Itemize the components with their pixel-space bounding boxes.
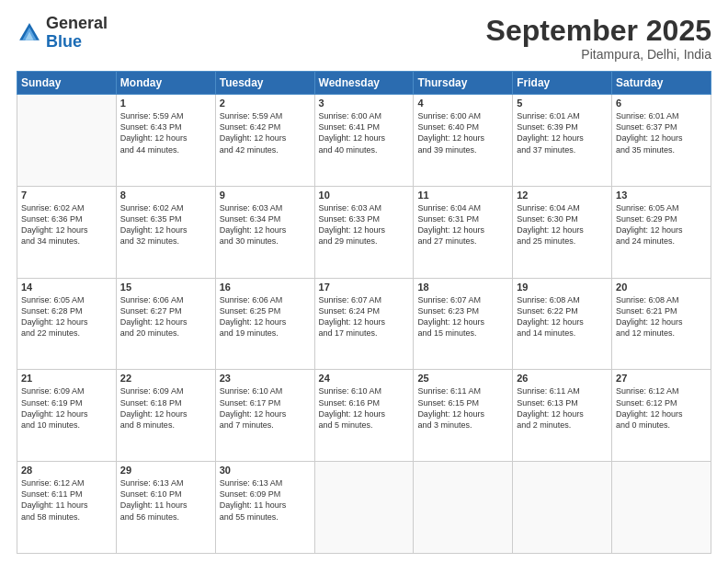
day-detail: Sunrise: 6:13 AMSunset: 6:10 PMDaylight:…	[120, 477, 211, 523]
table-row: 22Sunrise: 6:09 AMSunset: 6:18 PMDayligh…	[116, 370, 215, 462]
day-detail: Sunrise: 6:12 AMSunset: 6:12 PMDaylight:…	[616, 385, 707, 431]
table-row: 8Sunrise: 6:02 AMSunset: 6:35 PMDaylight…	[116, 186, 215, 278]
day-detail: Sunrise: 6:06 AMSunset: 6:27 PMDaylight:…	[120, 294, 211, 339]
table-row: 13Sunrise: 6:05 AMSunset: 6:29 PMDayligh…	[612, 186, 711, 278]
day-number: 19	[517, 282, 608, 293]
day-detail: Sunrise: 6:04 AMSunset: 6:31 PMDaylight:…	[417, 202, 508, 247]
calendar-week-row: 21Sunrise: 6:09 AMSunset: 6:19 PMDayligh…	[17, 370, 711, 462]
table-row: 27Sunrise: 6:12 AMSunset: 6:12 PMDayligh…	[612, 370, 711, 462]
table-row: 17Sunrise: 6:07 AMSunset: 6:24 PMDayligh…	[314, 278, 414, 370]
day-number: 24	[319, 373, 410, 384]
calendar-week-row: 1Sunrise: 5:59 AMSunset: 6:43 PMDaylight…	[17, 95, 711, 187]
location: Pitampura, Delhi, India	[486, 47, 711, 62]
calendar-header-row: Sunday Monday Tuesday Wednesday Thursday…	[17, 72, 711, 95]
table-row	[17, 95, 117, 187]
calendar-table: Sunday Monday Tuesday Wednesday Thursday…	[17, 71, 711, 554]
logo-text: General Blue	[46, 15, 108, 52]
table-row: 19Sunrise: 6:08 AMSunset: 6:22 PMDayligh…	[513, 278, 612, 370]
logo-icon	[17, 20, 42, 46]
day-number: 8	[120, 190, 211, 201]
table-row: 20Sunrise: 6:08 AMSunset: 6:21 PMDayligh…	[612, 278, 711, 370]
logo-blue: Blue	[46, 32, 82, 51]
table-row: 2Sunrise: 5:59 AMSunset: 6:42 PMDaylight…	[215, 95, 314, 187]
day-number: 26	[517, 373, 608, 384]
day-number: 12	[517, 190, 608, 201]
table-row: 10Sunrise: 6:03 AMSunset: 6:33 PMDayligh…	[314, 186, 414, 278]
table-row: 7Sunrise: 6:02 AMSunset: 6:36 PMDaylight…	[17, 186, 117, 278]
table-row: 26Sunrise: 6:11 AMSunset: 6:13 PMDayligh…	[513, 370, 612, 462]
day-number: 21	[21, 373, 112, 384]
day-number: 6	[616, 98, 707, 109]
col-friday: Friday	[513, 72, 612, 95]
day-detail: Sunrise: 6:00 AMSunset: 6:41 PMDaylight:…	[319, 110, 410, 155]
day-number: 1	[120, 98, 211, 109]
day-detail: Sunrise: 6:02 AMSunset: 6:36 PMDaylight:…	[21, 202, 112, 247]
table-row: 21Sunrise: 6:09 AMSunset: 6:19 PMDayligh…	[17, 370, 117, 462]
table-row: 15Sunrise: 6:06 AMSunset: 6:27 PMDayligh…	[116, 278, 215, 370]
day-number: 29	[120, 465, 211, 476]
day-detail: Sunrise: 6:11 AMSunset: 6:15 PMDaylight:…	[417, 385, 508, 431]
table-row: 4Sunrise: 6:00 AMSunset: 6:40 PMDaylight…	[414, 95, 513, 187]
day-detail: Sunrise: 6:08 AMSunset: 6:22 PMDaylight:…	[517, 294, 608, 339]
day-detail: Sunrise: 6:06 AMSunset: 6:25 PMDaylight:…	[220, 294, 311, 339]
day-number: 4	[417, 98, 508, 109]
table-row: 5Sunrise: 6:01 AMSunset: 6:39 PMDaylight…	[513, 95, 612, 187]
day-detail: Sunrise: 6:09 AMSunset: 6:18 PMDaylight:…	[120, 385, 211, 431]
table-row: 30Sunrise: 6:13 AMSunset: 6:09 PMDayligh…	[215, 462, 314, 554]
table-row: 12Sunrise: 6:04 AMSunset: 6:30 PMDayligh…	[513, 186, 612, 278]
col-thursday: Thursday	[414, 72, 513, 95]
table-row	[612, 462, 711, 554]
day-number: 27	[616, 373, 707, 384]
day-number: 25	[417, 373, 508, 384]
calendar-week-row: 28Sunrise: 6:12 AMSunset: 6:11 PMDayligh…	[17, 462, 711, 554]
day-number: 14	[21, 282, 112, 293]
day-number: 17	[319, 282, 410, 293]
day-detail: Sunrise: 6:10 AMSunset: 6:16 PMDaylight:…	[319, 385, 410, 431]
day-number: 30	[220, 465, 311, 476]
page: General Blue September 2025 Pitampura, D…	[0, 0, 728, 563]
day-number: 11	[417, 190, 508, 201]
table-row	[513, 462, 612, 554]
table-row	[314, 462, 414, 554]
day-number: 2	[220, 98, 311, 109]
day-number: 10	[319, 190, 410, 201]
table-row: 24Sunrise: 6:10 AMSunset: 6:16 PMDayligh…	[314, 370, 414, 462]
table-row: 25Sunrise: 6:11 AMSunset: 6:15 PMDayligh…	[414, 370, 513, 462]
header: General Blue September 2025 Pitampura, D…	[17, 15, 711, 62]
day-detail: Sunrise: 6:01 AMSunset: 6:37 PMDaylight:…	[616, 110, 707, 155]
day-detail: Sunrise: 6:07 AMSunset: 6:23 PMDaylight:…	[417, 294, 508, 339]
title-block: September 2025 Pitampura, Delhi, India	[486, 15, 711, 62]
table-row: 16Sunrise: 6:06 AMSunset: 6:25 PMDayligh…	[215, 278, 314, 370]
day-detail: Sunrise: 6:10 AMSunset: 6:17 PMDaylight:…	[220, 385, 311, 431]
day-detail: Sunrise: 5:59 AMSunset: 6:42 PMDaylight:…	[220, 110, 311, 155]
col-wednesday: Wednesday	[314, 72, 414, 95]
day-detail: Sunrise: 6:09 AMSunset: 6:19 PMDaylight:…	[21, 385, 112, 431]
day-detail: Sunrise: 6:03 AMSunset: 6:33 PMDaylight:…	[319, 202, 410, 247]
day-number: 9	[220, 190, 311, 201]
day-detail: Sunrise: 6:01 AMSunset: 6:39 PMDaylight:…	[517, 110, 608, 155]
day-number: 7	[21, 190, 112, 201]
day-detail: Sunrise: 6:12 AMSunset: 6:11 PMDaylight:…	[21, 477, 112, 523]
col-sunday: Sunday	[17, 72, 117, 95]
day-detail: Sunrise: 6:03 AMSunset: 6:34 PMDaylight:…	[220, 202, 311, 247]
table-row: 1Sunrise: 5:59 AMSunset: 6:43 PMDaylight…	[116, 95, 215, 187]
calendar-week-row: 14Sunrise: 6:05 AMSunset: 6:28 PMDayligh…	[17, 278, 711, 370]
table-row: 11Sunrise: 6:04 AMSunset: 6:31 PMDayligh…	[414, 186, 513, 278]
logo: General Blue	[17, 15, 108, 52]
table-row: 18Sunrise: 6:07 AMSunset: 6:23 PMDayligh…	[414, 278, 513, 370]
col-tuesday: Tuesday	[215, 72, 314, 95]
day-number: 28	[21, 465, 112, 476]
table-row	[414, 462, 513, 554]
day-detail: Sunrise: 6:02 AMSunset: 6:35 PMDaylight:…	[120, 202, 211, 247]
table-row: 3Sunrise: 6:00 AMSunset: 6:41 PMDaylight…	[314, 95, 414, 187]
table-row: 29Sunrise: 6:13 AMSunset: 6:10 PMDayligh…	[116, 462, 215, 554]
day-detail: Sunrise: 6:13 AMSunset: 6:09 PMDaylight:…	[220, 477, 311, 523]
day-detail: Sunrise: 6:00 AMSunset: 6:40 PMDaylight:…	[417, 110, 508, 155]
day-number: 23	[220, 373, 311, 384]
day-number: 18	[417, 282, 508, 293]
table-row: 23Sunrise: 6:10 AMSunset: 6:17 PMDayligh…	[215, 370, 314, 462]
day-detail: Sunrise: 6:08 AMSunset: 6:21 PMDaylight:…	[616, 294, 707, 339]
table-row: 9Sunrise: 6:03 AMSunset: 6:34 PMDaylight…	[215, 186, 314, 278]
col-monday: Monday	[116, 72, 215, 95]
day-detail: Sunrise: 6:05 AMSunset: 6:29 PMDaylight:…	[616, 202, 707, 247]
